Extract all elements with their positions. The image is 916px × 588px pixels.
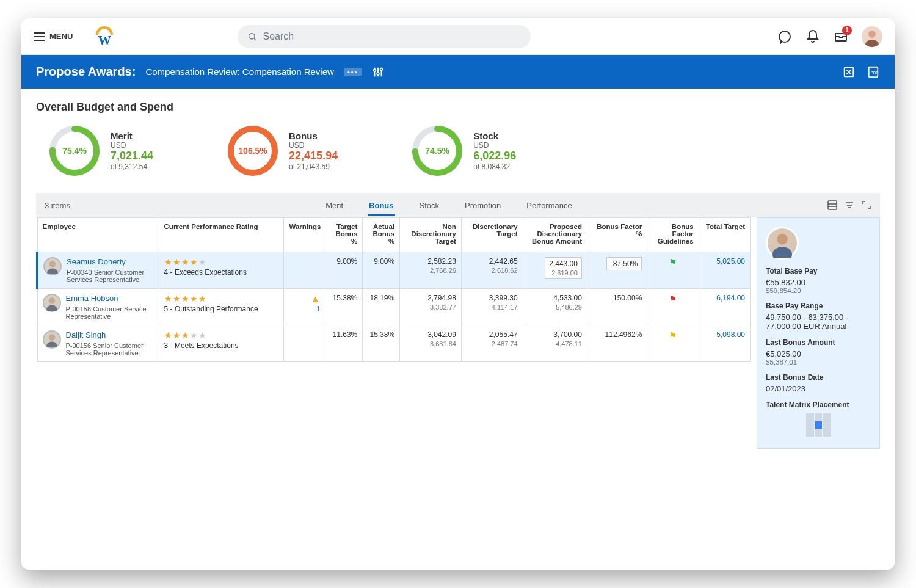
warning-icon: ▲	[311, 294, 321, 304]
budget-currency: USD	[111, 141, 153, 150]
employee-position: P-00340 Senior Customer Services Represe…	[67, 269, 154, 283]
rating-stars: ★★★★★	[164, 257, 279, 267]
employee-avatar	[43, 294, 61, 312]
total-base-pay-value: €55,832.00	[766, 278, 871, 287]
total-base-pay-sub: $59,854.20	[766, 287, 871, 294]
actual-bonus-pct: 15.38%	[363, 325, 400, 362]
discretionary-target: 2,055.472,487.74	[461, 325, 523, 362]
warning-count[interactable]: 1	[289, 305, 320, 313]
svg-point-11	[380, 68, 383, 70]
column-header[interactable]: Discretionary Target	[461, 218, 523, 252]
filter-icon[interactable]	[845, 200, 854, 210]
budget-currency: USD	[473, 141, 516, 150]
budget-value: 7,021.44	[111, 150, 153, 162]
talent-matrix-icon	[806, 413, 831, 437]
budget-of: of 21,043.59	[289, 162, 338, 171]
column-header[interactable]: Current Performance Rating	[159, 218, 284, 252]
column-header[interactable]: Non Discretionary Target	[400, 218, 462, 252]
workday-logo[interactable]: W	[95, 27, 114, 46]
divider	[84, 24, 84, 49]
table-tabs: MeritBonusStockPromotionPerformance	[324, 195, 573, 216]
rating-text: 5 - Outstanding Performance	[164, 305, 279, 313]
budget-donut-merit: 75.4%	[48, 125, 101, 177]
export-pdf-icon[interactable]: PDF	[867, 65, 880, 79]
tab-promotion[interactable]: Promotion	[463, 195, 502, 216]
table-row[interactable]: Emma Hobson P-00158 Customer Service Rep…	[37, 289, 751, 325]
budget-of: of 8,084.32	[473, 162, 516, 171]
svg-text:PDF: PDF	[870, 70, 878, 74]
bonus-factor-input[interactable]: 87.50%	[606, 257, 642, 270]
top-bar: MENU W Search 1	[21, 18, 895, 55]
budget-name: Stock	[473, 131, 516, 141]
menu-label: MENU	[49, 32, 73, 41]
section-title: Overall Budget and Spend	[36, 101, 880, 114]
search-placeholder: Search	[263, 31, 294, 42]
items-count: 3 items	[45, 201, 70, 210]
tab-stock[interactable]: Stock	[418, 195, 441, 216]
budget-percent: 74.5%	[411, 125, 463, 177]
chat-icon[interactable]	[777, 29, 792, 44]
discretionary-target: 3,399.304,114.17	[461, 289, 523, 325]
table-row[interactable]: Seamus Doherty P-00340 Senior Customer S…	[37, 252, 751, 289]
flag-icon: ⚑	[669, 330, 677, 341]
column-header[interactable]: Bonus Factor %	[587, 218, 647, 252]
bonus-factor: 150.00%	[587, 289, 647, 325]
svg-point-33	[777, 234, 788, 245]
base-pay-range-value: 49,750.00 - 63,375.00 - 77,000.00 EUR An…	[766, 313, 871, 331]
tab-merit[interactable]: Merit	[324, 195, 344, 216]
column-header[interactable]: Target Bonus %	[325, 218, 363, 252]
more-chip[interactable]: •••	[344, 68, 362, 76]
rating-text: 3 - Meets Expectations	[164, 341, 279, 350]
column-header[interactable]: Proposed Discretionary Bonus Amount	[523, 218, 587, 252]
svg-point-0	[249, 33, 254, 38]
total-target-link[interactable]: 5,025.00	[716, 257, 745, 266]
user-avatar[interactable]	[862, 26, 882, 47]
table-row[interactable]: Daljit Singh P-00156 Senior Customer Ser…	[37, 325, 751, 362]
column-header[interactable]: Bonus Factor Guidelines	[647, 218, 699, 252]
last-bonus-date-label: Last Bonus Date	[766, 373, 871, 382]
budget-of: of 9,312.54	[111, 162, 153, 171]
search-input[interactable]: Search	[238, 25, 531, 48]
column-header[interactable]: Total Target	[699, 218, 750, 252]
employee-name-link[interactable]: Emma Hobson	[66, 294, 154, 303]
tab-performance[interactable]: Performance	[525, 195, 573, 216]
settings-sliders-icon[interactable]	[371, 65, 385, 79]
talent-matrix-label: Talent Matrix Placement	[766, 401, 871, 409]
svg-point-29	[48, 297, 54, 303]
detail-avatar	[766, 227, 799, 260]
grid-view-icon[interactable]	[827, 200, 837, 210]
svg-point-28	[47, 268, 57, 274]
notifications-icon[interactable]	[805, 29, 820, 44]
employee-name-link[interactable]: Daljit Singh	[66, 330, 154, 339]
proposed-amount: 3,700.004,478.11	[523, 325, 587, 362]
table-body: Seamus Doherty P-00340 Senior Customer S…	[37, 252, 751, 362]
inbox-icon[interactable]: 1	[834, 29, 848, 44]
tab-bonus[interactable]: Bonus	[368, 195, 394, 216]
inbox-badge: 1	[842, 26, 852, 35]
budget-row: 75.4% Merit USD 7,021.44 of 9,312.54 106…	[36, 125, 880, 177]
svg-line-1	[254, 38, 256, 40]
column-header[interactable]: Warnings	[284, 218, 325, 252]
svg-point-27	[49, 261, 56, 267]
page-subtitle: Compensation Review: Compensation Review	[145, 67, 333, 77]
total-target-link[interactable]: 6,194.00	[716, 294, 745, 302]
svg-point-7	[374, 69, 376, 71]
page-title: Propose Awards:	[36, 65, 136, 79]
export-excel-icon[interactable]	[842, 65, 856, 79]
employee-name-link[interactable]: Seamus Doherty	[67, 257, 154, 266]
column-header[interactable]: Actual Bonus %	[363, 218, 400, 252]
rating-text: 4 - Exceeds Expectations	[164, 268, 279, 277]
svg-point-31	[48, 334, 54, 340]
hamburger-icon	[34, 32, 45, 41]
employee-position: P-00158 Customer Service Representative	[66, 305, 154, 320]
nondiscretionary-target: 2,794.983,382.77	[400, 289, 462, 325]
column-header[interactable]: Employee	[37, 218, 159, 252]
nondiscretionary-target: 3,042.093,681.84	[400, 325, 462, 362]
menu-button[interactable]: MENU	[34, 32, 73, 41]
total-target-link[interactable]: 5,098.00	[716, 330, 745, 339]
budget-item-bonus: 106.5% Bonus USD 22,415.94 of 21,043.59	[227, 125, 338, 177]
proposed-amount-input[interactable]: 2,443.002,619.00	[545, 257, 582, 279]
svg-point-5	[865, 40, 879, 47]
fullscreen-icon[interactable]	[862, 200, 871, 210]
budget-item-stock: 74.5% Stock USD 6,022.96 of 8,084.32	[411, 125, 516, 177]
